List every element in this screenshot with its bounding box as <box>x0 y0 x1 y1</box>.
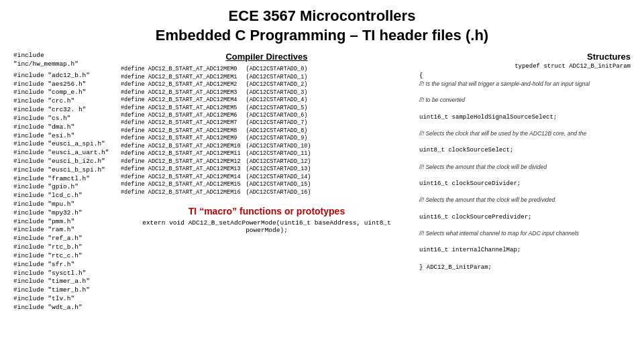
include-item: #include "ram.h" <box>13 226 114 235</box>
page: ECE 3567 Microcontrollers Embedded C Pro… <box>0 0 644 362</box>
include-item: #include "crc32. h" <box>13 106 114 115</box>
directives-content: #define ADC12_B_START_AT_ADC12MEM0#defin… <box>121 66 413 196</box>
include-item: #include "adc12_b.h" <box>13 72 114 80</box>
address-item: (ADC12CSTARTADD_15) <box>246 181 311 188</box>
include-item: #include "eusci_a_spi.h" <box>13 140 114 149</box>
structure-line: uint16_t sampleHoldSignalSourceSelect; <box>419 113 631 122</box>
include-item: #include "timer_a.h" <box>13 278 114 286</box>
define-item: #define ADC12_B_START_AT_ADC12MEM13 <box>121 166 241 173</box>
include-item: #include "sysctl.h" <box>13 269 114 278</box>
addresses-list: (ADC12CSTARTADD_0)(ADC12CSTARTADD_1)(ADC… <box>246 66 311 196</box>
include-item: #include "lcd_c.h" <box>13 192 114 200</box>
define-item: #define ADC12_B_START_AT_ADC12MEM10 <box>121 143 241 150</box>
address-item: (ADC12CSTARTADD_14) <box>246 174 311 181</box>
define-item: #define ADC12_B_START_AT_ADC12MEM6 <box>121 112 241 119</box>
include-item: #include "rtc_b.h" <box>13 243 114 252</box>
address-item: (ADC12CSTARTADD_12) <box>246 158 311 166</box>
address-item: (ADC12CSTARTADD_4) <box>246 97 311 104</box>
defines-list: #define ADC12_B_START_AT_ADC12MEM0#defin… <box>121 66 241 196</box>
address-item: (ADC12CSTARTADD_10) <box>246 143 311 150</box>
define-item: #define ADC12_B_START_AT_ADC12MEM5 <box>121 105 241 112</box>
macro-section: TI “macro” functions or prototypes exter… <box>121 206 413 234</box>
define-item: #define ADC12_B_START_AT_ADC12MEM11 <box>121 150 241 158</box>
address-item: (ADC12CSTARTADD_8) <box>246 127 311 135</box>
address-item: (ADC12CSTARTADD_13) <box>246 166 311 173</box>
include-item: #include "mpu.h" <box>13 200 114 209</box>
structure-line: uint8_t clockSourceSelect; <box>419 146 631 155</box>
define-item: #define ADC12_B_START_AT_ADC12MEM1 <box>121 74 241 81</box>
include-item: #include "sfr.h" <box>13 261 114 269</box>
include-item: #include "timer_b.h" <box>13 286 114 295</box>
address-item: (ADC12CSTARTADD_11) <box>246 150 311 158</box>
includes-section: #include "inc/hw_memmap.h" #include "adc… <box>13 52 114 312</box>
title-line2: Embedded C Programming – TI header files… <box>13 26 631 46</box>
include-item: #include "wdt_a.h" <box>13 304 114 312</box>
define-item: #define ADC12_B_START_AT_ADC12MEM3 <box>121 89 241 97</box>
define-item: #define ADC12_B_START_AT_ADC12MEM12 <box>121 158 241 166</box>
macro-content: extern void ADC12_B_setAdcPowerMode(uint… <box>121 219 413 234</box>
structure-line <box>419 88 631 97</box>
include-item: #include "rtc_c.h" <box>13 252 114 261</box>
main-title: ECE 3567 Microcontrollers Embedded C Pro… <box>13 7 631 45</box>
address-item: (ADC12CSTARTADD_2) <box>246 81 311 88</box>
macro-title: TI “macro” functions or prototypes <box>121 206 413 217</box>
include-item: #include "gpio.h" <box>13 183 114 192</box>
structure-line <box>419 238 631 247</box>
define-item: #define ADC12_B_START_AT_ADC12MEM7 <box>121 119 241 127</box>
include-item: #include "cs.h" <box>13 115 114 123</box>
include-item: #include "mpy32.h" <box>13 209 114 218</box>
include-item: #include "comp_e.h" <box>13 88 114 97</box>
structure-line: //! Selects the amount that the clock wi… <box>419 196 631 204</box>
middle-section: Compiler Directives #define ADC12_B_STAR… <box>121 52 413 312</box>
structure-line: uint16_t clockSourceDivider; <box>419 180 631 188</box>
address-item: (ADC12CSTARTADD_6) <box>246 112 311 119</box>
include-item: #include "crc.h" <box>13 97 114 106</box>
structures-subtitle: typedef struct ADC12_B_initParam <box>419 63 631 70</box>
define-item: #define ADC12_B_START_AT_ADC12MEM15 <box>121 181 241 188</box>
include-item: #include "esi.h" <box>13 132 114 141</box>
address-item: (ADC12CSTARTADD_16) <box>246 189 311 196</box>
include-item: #include "tlv.h" <box>13 295 114 304</box>
structure-line <box>419 188 631 197</box>
address-item: (ADC12CSTARTADD_1) <box>246 74 311 81</box>
address-item: (ADC12CSTARTADD_0) <box>246 66 311 73</box>
define-item: #define ADC12_B_START_AT_ADC12MEM9 <box>121 135 241 142</box>
title-line1: ECE 3567 Microcontrollers <box>13 7 631 26</box>
include-hw: #include "inc/hw_memmap.h" <box>13 52 114 69</box>
include-item: #include "aes256.h" <box>13 80 114 89</box>
structure-line <box>419 255 631 263</box>
structure-line: { <box>419 72 631 80</box>
structure-line: uint16_t clockSourcePredivider; <box>419 213 631 222</box>
structure-line <box>419 155 631 164</box>
structure-line <box>419 204 631 213</box>
include-item: #include "eusci_a_uart.h" <box>13 149 114 158</box>
structure-line: //! Selects the amount that the clock wi… <box>419 164 631 172</box>
define-item: #define ADC12_B_START_AT_ADC12MEM2 <box>121 81 241 88</box>
define-item: #define ADC12_B_START_AT_ADC12MEM14 <box>121 174 241 181</box>
structures-list: {//! Is the signal that will trigger a s… <box>419 72 631 272</box>
define-item: #define ADC12_B_START_AT_ADC12MEM8 <box>121 127 241 135</box>
structure-line <box>419 105 631 113</box>
structure-line: uint16_t internalChannelMap; <box>419 246 631 255</box>
address-item: (ADC12CSTARTADD_5) <box>246 105 311 112</box>
define-item: #define ADC12_B_START_AT_ADC12MEM4 <box>121 97 241 104</box>
structure-line: //! to be converted <box>419 97 631 105</box>
structures-section: Structures typedef struct ADC12_B_initPa… <box>419 52 631 312</box>
structure-line <box>419 121 631 130</box>
include-item: #include "ref_a.h" <box>13 235 114 243</box>
structure-line: //! Selects what internal channel to map… <box>419 230 631 238</box>
structure-line: } ADC12_B_initParam; <box>419 263 631 272</box>
structure-line <box>419 221 631 230</box>
includes-list: #include "adc12_b.h"#include "aes256.h"#… <box>13 72 114 312</box>
address-item: (ADC12CSTARTADD_7) <box>246 119 311 127</box>
include-item: #include "dma.h" <box>13 123 114 132</box>
structure-line <box>419 138 631 147</box>
compiler-directives-title: Compiler Directives <box>121 52 413 62</box>
structure-line: //! Selects the clock that will be used … <box>419 130 631 138</box>
structure-line: //! Is the signal that will trigger a sa… <box>419 80 631 88</box>
structure-line <box>419 172 631 180</box>
include-item: #include "framctl.h" <box>13 175 114 184</box>
structures-title: Structures <box>419 52 631 62</box>
define-item: #define ADC12_B_START_AT_ADC12MEM0 <box>121 66 241 73</box>
address-item: (ADC12CSTARTADD_9) <box>246 135 311 142</box>
